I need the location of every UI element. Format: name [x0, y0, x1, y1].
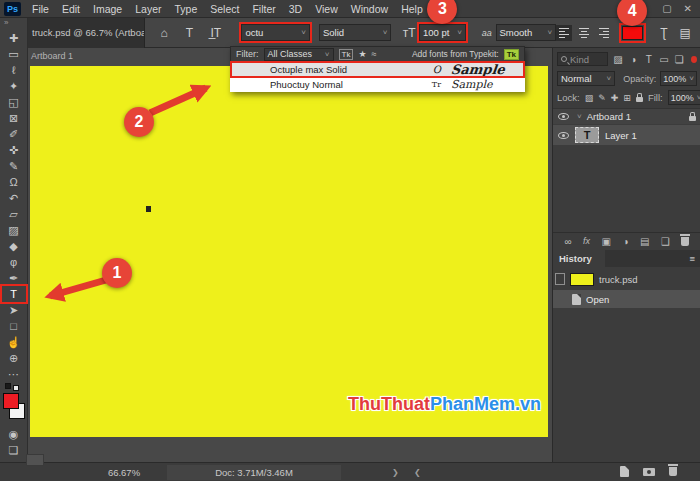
layer-group-icon[interactable]: ▤ — [640, 236, 649, 247]
chevron-down-icon[interactable]: ˅ — [545, 28, 553, 37]
warp-text-icon[interactable]: Ʈ — [653, 26, 674, 40]
layer-row-artboard[interactable]: ˅ Artboard 1 — [553, 108, 700, 124]
toolbar-collapse-icon[interactable]: » — [0, 18, 27, 30]
delete-state-icon[interactable] — [669, 467, 677, 476]
panel-menu-icon[interactable]: ≡ — [689, 253, 700, 264]
menu-help[interactable]: Help — [399, 3, 425, 15]
edit-toolbar-icon[interactable]: ⋯ — [0, 366, 28, 382]
maximize-button[interactable]: ▢ — [662, 3, 671, 14]
new-snapshot-icon[interactable] — [643, 468, 655, 476]
adjustment-layer-filter-icon[interactable]: ◑ — [628, 54, 639, 65]
close-button[interactable]: ✕ — [684, 3, 692, 14]
smart-object-filter-icon[interactable]: ❏ — [674, 54, 685, 65]
chevron-down-icon[interactable]: ˅ — [380, 28, 388, 37]
align-right-icon[interactable] — [596, 25, 612, 41]
gradient-tool-icon[interactable]: ▨ — [0, 222, 28, 238]
layer-search-field[interactable]: Kind — [557, 52, 608, 66]
home-icon[interactable]: ⌂ — [151, 26, 176, 40]
text-orientation-icon[interactable]: I̲T — [202, 26, 229, 40]
similar-fonts-icon[interactable]: ≈ — [371, 49, 376, 59]
filtering-toggle-icon[interactable] — [691, 56, 697, 63]
chevron-right-icon[interactable]: ❯ — [392, 468, 399, 477]
typekit-filter-icon[interactable]: Tk — [339, 49, 354, 60]
eraser-tool-icon[interactable]: ▱ — [0, 206, 28, 222]
type-tool-preset-icon[interactable]: T — [177, 26, 202, 40]
layer-mask-icon[interactable]: ▣ — [602, 236, 611, 247]
history-row-snapshot[interactable]: truck.psd — [553, 269, 700, 289]
lock-artboard-icon[interactable]: ⊞ — [623, 93, 631, 103]
lock-transparent-icon[interactable]: ▨ — [585, 93, 594, 103]
favorite-fonts-icon[interactable]: ★ — [358, 49, 366, 59]
chevron-down-icon[interactable]: ˅ — [686, 74, 694, 83]
zoom-level-field[interactable]: 66.67% — [96, 467, 152, 478]
menu-layer[interactable]: Layer — [133, 3, 163, 15]
align-left-icon[interactable] — [556, 25, 572, 41]
menu-select[interactable]: Select — [208, 3, 241, 15]
menu-image[interactable]: Image — [91, 3, 124, 15]
menu-file[interactable]: File — [30, 3, 51, 15]
menu-type[interactable]: Type — [172, 3, 199, 15]
chevron-down-icon[interactable]: ˅ — [694, 93, 700, 102]
menu-filter[interactable]: Filter — [250, 3, 277, 15]
screen-mode-icon[interactable]: ❏ — [0, 442, 28, 458]
frame-tool-icon[interactable]: ⊠ — [0, 110, 28, 126]
chevron-down-icon[interactable]: ˅ — [322, 50, 330, 59]
visibility-eye-icon[interactable] — [558, 132, 569, 139]
align-center-icon[interactable] — [576, 25, 592, 41]
font-item-phuoctuy[interactable]: Phuoctuy Normal Tr Sample — [230, 77, 525, 92]
lasso-tool-icon[interactable]: ℓ — [0, 62, 28, 78]
menu-3d[interactable]: 3D — [287, 3, 304, 15]
history-brush-tool-icon[interactable]: ↶ — [0, 190, 28, 206]
visibility-eye-icon[interactable] — [558, 113, 569, 120]
font-style-select[interactable]: Solid ˅ — [319, 24, 391, 41]
font-class-filter-select[interactable]: All Classes ˅ — [264, 48, 334, 61]
chevron-down-icon[interactable]: ˅ — [454, 28, 462, 37]
pen-tool-icon[interactable]: ✒ — [0, 270, 28, 286]
history-tab[interactable]: History — [553, 250, 605, 267]
zoom-tool-icon[interactable]: ⊕ — [0, 350, 28, 366]
fill-input[interactable]: 100% ˅ — [668, 90, 700, 105]
link-layers-icon[interactable]: ∞ — [564, 236, 571, 247]
swap-colors-icon[interactable] — [0, 382, 28, 392]
rectangle-tool-icon[interactable]: □ — [0, 318, 28, 334]
font-family-input[interactable]: octu ˅ — [241, 24, 310, 41]
typekit-add-icon[interactable]: Tk — [504, 49, 519, 60]
artboard[interactable]: ThuThuatPhanMem.vn — [30, 66, 548, 437]
adjustment-layer-icon[interactable]: ◑ — [623, 236, 629, 247]
font-size-input[interactable]: 100 pt ˅ 3 — [419, 24, 466, 41]
hand-tool-icon[interactable]: ☝ — [0, 334, 28, 350]
menu-window[interactable]: Window — [349, 3, 390, 15]
blur-tool-icon[interactable]: ◆ — [0, 238, 28, 254]
chevron-down-icon[interactable]: ˅ — [604, 74, 612, 83]
path-selection-tool-icon[interactable]: ➤ — [0, 302, 28, 318]
layer-row-layer1[interactable]: T Layer 1 — [553, 125, 700, 145]
artboard-label[interactable]: Artboard 1 — [31, 51, 73, 61]
canvas-area[interactable]: Artboard 1 ThuThuatPhanMem.vn — [28, 48, 552, 462]
lock-all-icon[interactable] — [636, 97, 643, 102]
menu-edit[interactable]: Edit — [60, 3, 82, 15]
text-color-swatch[interactable]: 4 — [622, 26, 644, 40]
expand-chevron-icon[interactable]: ˅ — [574, 112, 582, 121]
history-brush-source-icon[interactable] — [555, 273, 565, 285]
pixel-layer-filter-icon[interactable]: ▨ — [612, 54, 623, 65]
delete-layer-icon[interactable] — [681, 237, 689, 246]
marquee-tool-icon[interactable]: ▭ — [0, 46, 28, 62]
font-item-octuple[interactable]: Octuple max Solid O Sample — [230, 62, 525, 77]
type-layer-thumbnail[interactable]: T — [575, 127, 599, 143]
shape-layer-filter-icon[interactable]: ▭ — [658, 54, 669, 65]
new-layer-icon[interactable]: ❑ — [661, 236, 670, 247]
quick-selection-tool-icon[interactable]: ✦ — [0, 78, 28, 94]
toggle-panels-icon[interactable]: ▤ — [675, 26, 696, 40]
opacity-input[interactable]: 100% ˅ — [660, 71, 697, 86]
menu-view[interactable]: View — [313, 3, 340, 15]
healing-brush-tool-icon[interactable]: ✜ — [0, 142, 28, 158]
new-document-from-state-icon[interactable] — [620, 466, 629, 477]
layer-style-icon[interactable]: fx — [583, 236, 590, 246]
eyedropper-tool-icon[interactable]: ✐ — [0, 126, 28, 142]
type-tool-icon[interactable]: T — [0, 286, 28, 302]
brush-tool-icon[interactable]: ✎ — [0, 158, 28, 174]
type-layer-filter-icon[interactable]: T — [643, 54, 654, 65]
chevron-left-icon[interactable]: ❮ — [414, 468, 421, 477]
blend-mode-select[interactable]: Normal ˅ — [557, 71, 615, 86]
chevron-down-icon[interactable]: ˅ — [298, 28, 306, 37]
